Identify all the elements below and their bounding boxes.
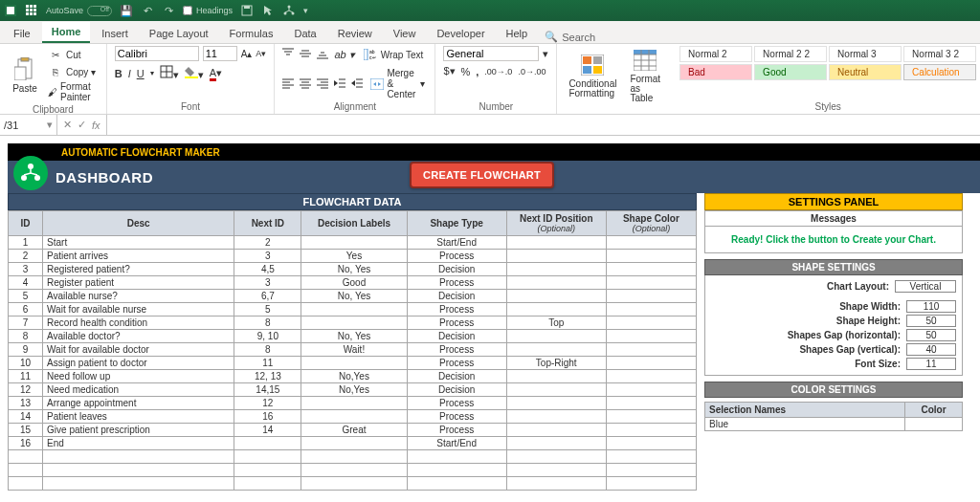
increase-decimal-icon[interactable]: .00→.0	[484, 67, 512, 76]
headings-checkbox[interactable]	[183, 6, 192, 15]
decrease-font-icon[interactable]: A▾	[256, 49, 266, 58]
cell-color[interactable]	[606, 424, 696, 437]
cell-pos[interactable]	[506, 437, 606, 450]
cell-shape[interactable]: Process	[407, 276, 506, 290]
tab-developer[interactable]: Developer	[427, 24, 494, 43]
table-row[interactable]	[9, 464, 697, 477]
cell-next[interactable]	[234, 437, 301, 450]
table-row[interactable]: 15Give patient prescription14GreatProces…	[9, 424, 697, 437]
table-row[interactable]: 1Start2Start/End	[9, 236, 697, 250]
cell-id[interactable]: 11	[9, 370, 43, 383]
cell-next[interactable]: 4,5	[234, 263, 301, 276]
cell-style[interactable]: Bad	[679, 64, 752, 80]
tab-help[interactable]: Help	[497, 24, 538, 43]
cell-dec[interactable]	[301, 410, 407, 424]
orientation-icon[interactable]: ab ▾	[334, 49, 354, 61]
cell-pos[interactable]	[506, 330, 606, 343]
cell-dec[interactable]	[301, 236, 407, 250]
tab-page-layout[interactable]: Page Layout	[140, 24, 218, 43]
cell-desc[interactable]: Register patient	[43, 276, 234, 290]
format-as-table-button[interactable]: Format as Table	[626, 46, 664, 105]
table-row[interactable]: 9Wait for available doctor8Wait!Process	[9, 343, 697, 357]
cell-desc[interactable]: Wait for available doctor	[43, 343, 234, 357]
cell-next[interactable]: 14	[234, 424, 301, 437]
cell-next[interactable]: 8	[234, 316, 301, 330]
cell-id[interactable]: 12	[9, 383, 43, 397]
table-row[interactable]	[9, 477, 697, 491]
align-top-icon[interactable]	[282, 48, 294, 61]
cell-style[interactable]: Normal 3	[829, 46, 902, 62]
color-name-cell[interactable]: Blue	[705, 418, 905, 431]
table-row[interactable]: 10Assign patient to doctor11ProcessTop-R…	[9, 357, 697, 370]
cell-shape[interactable]: Process	[407, 250, 506, 263]
wrap-text-button[interactable]: abc↵Wrap Text	[361, 46, 426, 63]
cell-id[interactable]: 5	[9, 290, 43, 303]
color-row[interactable]: Blue	[705, 418, 963, 431]
format-painter-button[interactable]: 🖌Format Painter	[46, 80, 99, 103]
cell-dec[interactable]	[301, 316, 407, 330]
cell-dec[interactable]: Yes	[301, 250, 407, 263]
create-flowchart-button[interactable]: CREATE FLOWCHART	[410, 162, 554, 188]
cell-color[interactable]	[606, 370, 696, 383]
cell-dec[interactable]	[301, 437, 407, 450]
indent-decrease-icon[interactable]	[334, 77, 345, 91]
tab-view[interactable]: View	[384, 24, 426, 43]
increase-font-icon[interactable]: A▴	[241, 49, 253, 59]
gap-v-input[interactable]: 40	[906, 343, 956, 356]
cell-color[interactable]	[606, 357, 696, 370]
cell-shape[interactable]: Process	[407, 397, 506, 410]
indent-increase-icon[interactable]	[351, 77, 363, 91]
cell-desc[interactable]: Available nurse?	[43, 290, 234, 303]
fx-icon[interactable]: fx	[92, 120, 100, 131]
save-alt-icon[interactable]	[240, 4, 254, 17]
cell-pos[interactable]	[506, 424, 606, 437]
copy-button[interactable]: ⎘Copy ▾	[46, 63, 99, 80]
cell-desc[interactable]: Wait for available nurse	[43, 303, 234, 316]
cell-desc[interactable]: Registered patient?	[43, 263, 234, 276]
table-row[interactable]: 7Record health condition8ProcessTop	[9, 316, 697, 330]
cell-style[interactable]: Calculation	[903, 64, 976, 80]
merge-center-button[interactable]: Merge & Center ▾	[368, 67, 427, 100]
table-row[interactable]: 3Registered patient?4,5No, YesDecision	[9, 263, 697, 276]
underline-button[interactable]: U	[137, 68, 145, 79]
cell-color[interactable]	[606, 263, 696, 276]
align-center-icon[interactable]	[300, 77, 311, 91]
color-swatch-cell[interactable]	[905, 418, 963, 431]
cell-shape[interactable]: Process	[407, 303, 506, 316]
paste-button[interactable]: Paste	[8, 55, 42, 96]
cell-desc[interactable]: Available doctor?	[43, 330, 234, 343]
autosave-toggle[interactable]: AutoSave	[46, 6, 112, 16]
cell-color[interactable]	[606, 303, 696, 316]
currency-icon[interactable]: $▾	[443, 65, 455, 77]
cell-next[interactable]: 9, 10	[234, 330, 301, 343]
cell-id[interactable]: 3	[9, 263, 43, 276]
name-box[interactable]: /31▾	[0, 115, 57, 135]
cell-pos[interactable]	[506, 383, 606, 397]
cell-color[interactable]	[606, 343, 696, 357]
table-row[interactable]: 8Available doctor?9, 10No, YesDecision	[9, 330, 697, 343]
cell-style[interactable]: Normal 3 2	[903, 46, 976, 62]
cell-pos[interactable]: Top	[506, 316, 606, 330]
cell-shape[interactable]: Decision	[407, 330, 506, 343]
table-row[interactable]: 2Patient arrives3YesProcess	[9, 250, 697, 263]
tab-review[interactable]: Review	[328, 24, 382, 43]
cell-dec[interactable]: No, Yes	[301, 290, 407, 303]
search-box[interactable]: 🔍 Search	[545, 31, 595, 43]
cell-shape[interactable]: Process	[407, 410, 506, 424]
cell-next[interactable]: 3	[234, 276, 301, 290]
cell-shape[interactable]: Process	[407, 343, 506, 357]
cell-color[interactable]	[606, 276, 696, 290]
cell-shape[interactable]: Decision	[407, 290, 506, 303]
cell-color[interactable]	[606, 383, 696, 397]
cell-color[interactable]	[606, 330, 696, 343]
cut-button[interactable]: ✂Cut	[46, 46, 99, 63]
cell-shape[interactable]: Decision	[407, 383, 506, 397]
cell-desc[interactable]: Patient arrives	[43, 250, 234, 263]
cell-desc[interactable]: Start	[43, 236, 234, 250]
table-row[interactable]: 12Need medication14,15No,YesDecision	[9, 383, 697, 397]
cell-dec[interactable]: No,Yes	[301, 383, 407, 397]
align-left-icon[interactable]	[282, 77, 294, 91]
cell-shape[interactable]: Process	[407, 316, 506, 330]
cell-color[interactable]	[606, 397, 696, 410]
save-icon[interactable]: 💾	[120, 4, 133, 17]
